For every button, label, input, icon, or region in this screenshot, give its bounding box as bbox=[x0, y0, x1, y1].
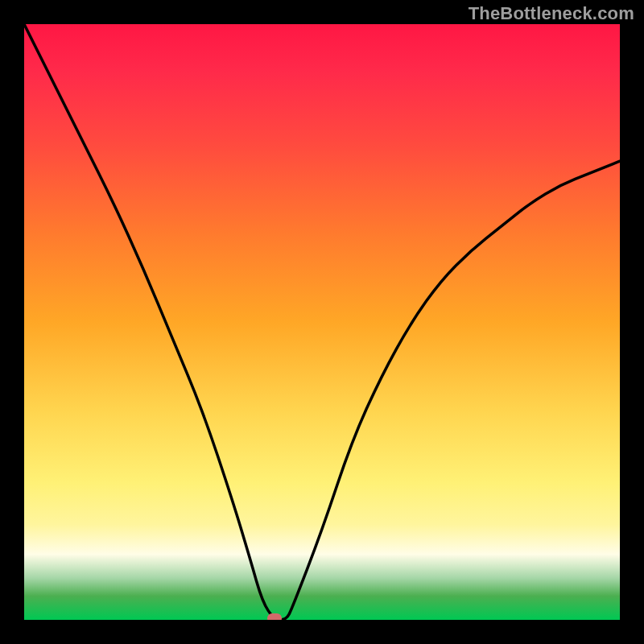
watermark-text: TheBottleneck.com bbox=[469, 3, 634, 24]
minimum-marker bbox=[267, 613, 282, 620]
chart-frame: TheBottleneck.com bbox=[0, 0, 644, 644]
plot-area bbox=[24, 24, 620, 620]
bottleneck-curve-path bbox=[24, 24, 620, 620]
bottleneck-curve-svg bbox=[24, 24, 620, 620]
